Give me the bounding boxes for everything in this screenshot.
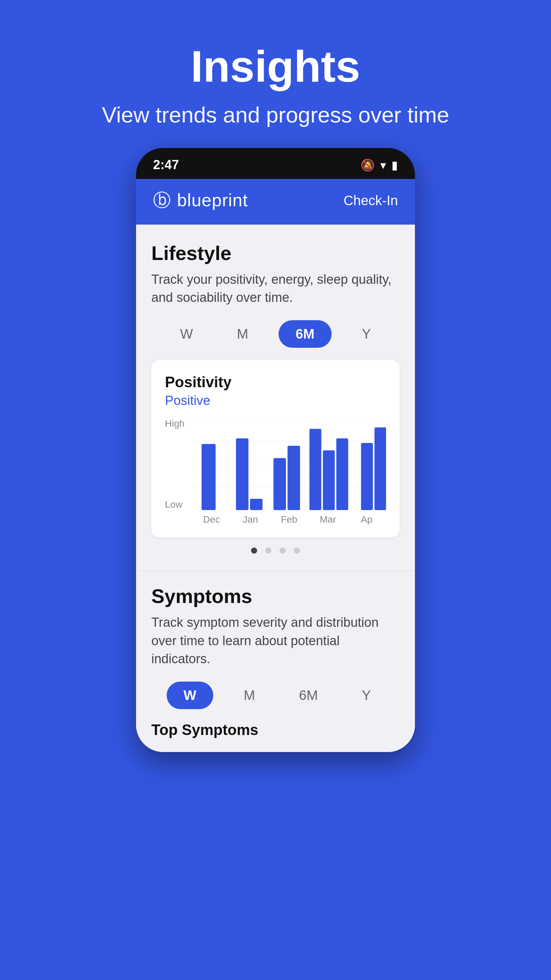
app-screen: ⓑ blueprint Check-In Lifestyle Track you…	[136, 179, 415, 752]
chart-label-low: Low	[165, 499, 182, 510]
bell-mute-icon: 🔕	[360, 158, 375, 172]
svg-rect-6	[236, 439, 249, 511]
status-time: 2:47	[153, 158, 179, 172]
svg-rect-14	[375, 427, 386, 510]
top-symptoms-label: Top Symptoms	[151, 721, 400, 738]
check-in-button[interactable]: Check-In	[343, 193, 398, 208]
svg-rect-12	[337, 439, 348, 511]
svg-rect-10	[310, 429, 321, 511]
time-option-y[interactable]: Y	[348, 321, 385, 347]
svg-rect-9	[287, 446, 300, 510]
app-logo: ⓑ blueprint	[153, 189, 248, 212]
svg-rect-11	[323, 450, 335, 511]
status-icons: 🔕 ▾ ▮	[360, 158, 398, 172]
svg-rect-7	[250, 499, 263, 510]
app-header: ⓑ blueprint Check-In	[136, 179, 415, 224]
svg-rect-5	[202, 444, 216, 510]
x-label-mar: Mar	[308, 514, 347, 525]
symptoms-title: Symptoms	[151, 585, 400, 608]
svg-rect-13	[361, 443, 373, 510]
symptoms-time-option-y[interactable]: Y	[348, 682, 385, 708]
x-label-ap: Ap	[347, 514, 386, 525]
svg-rect-8	[273, 458, 286, 511]
pagination-dots	[151, 547, 400, 554]
phone-mockup: 2:47 🔕 ▾ ▮ ⓑ blueprint Check-In Lifestyl…	[136, 148, 415, 752]
symptoms-section: Symptoms Track symptom severity and dist…	[136, 571, 415, 752]
chart-label-high: High	[165, 418, 185, 429]
chart-subtitle: Positive	[165, 393, 386, 408]
chart-x-labels: Dec Jan Feb Mar Ap	[192, 511, 386, 525]
page-title: Insights	[102, 41, 449, 92]
chart-svg	[192, 418, 386, 510]
symptoms-time-option-w[interactable]: W	[167, 682, 214, 709]
dot-2	[265, 547, 272, 554]
x-label-dec: Dec	[192, 514, 231, 525]
time-option-m[interactable]: M	[224, 321, 262, 347]
time-option-w[interactable]: W	[167, 321, 207, 347]
wifi-icon: ▾	[380, 158, 386, 172]
lifestyle-title: Lifestyle	[151, 242, 400, 264]
page-header: Insights View trends and progress over t…	[81, 0, 469, 148]
lifestyle-section: Lifestyle Track your positivity, energy,…	[136, 224, 415, 571]
symptoms-desc: Track symptom severity and distribution …	[151, 614, 400, 668]
time-option-6m[interactable]: 6M	[279, 320, 332, 348]
dot-3	[279, 547, 286, 554]
dot-1	[251, 547, 257, 554]
time-selector-lifestyle: W M 6M Y	[151, 320, 400, 348]
symptoms-time-option-6m[interactable]: 6M	[285, 682, 332, 708]
chart-title: Positivity	[165, 374, 386, 391]
page-subtitle: View trends and progress over time	[102, 102, 449, 127]
dot-4	[294, 547, 300, 554]
symptoms-time-option-m[interactable]: M	[230, 682, 269, 708]
battery-icon: ▮	[392, 158, 398, 172]
x-label-jan: Jan	[231, 514, 270, 525]
status-bar: 2:47 🔕 ▾ ▮	[136, 148, 415, 179]
chart-card-positivity: Positivity Positive High Low	[151, 360, 400, 537]
chart-area: High Low	[165, 418, 386, 527]
x-label-feb: Feb	[270, 514, 308, 525]
lifestyle-desc: Track your positivity, energy, sleep qua…	[151, 270, 400, 307]
time-selector-symptoms: W M 6M Y	[151, 682, 400, 709]
